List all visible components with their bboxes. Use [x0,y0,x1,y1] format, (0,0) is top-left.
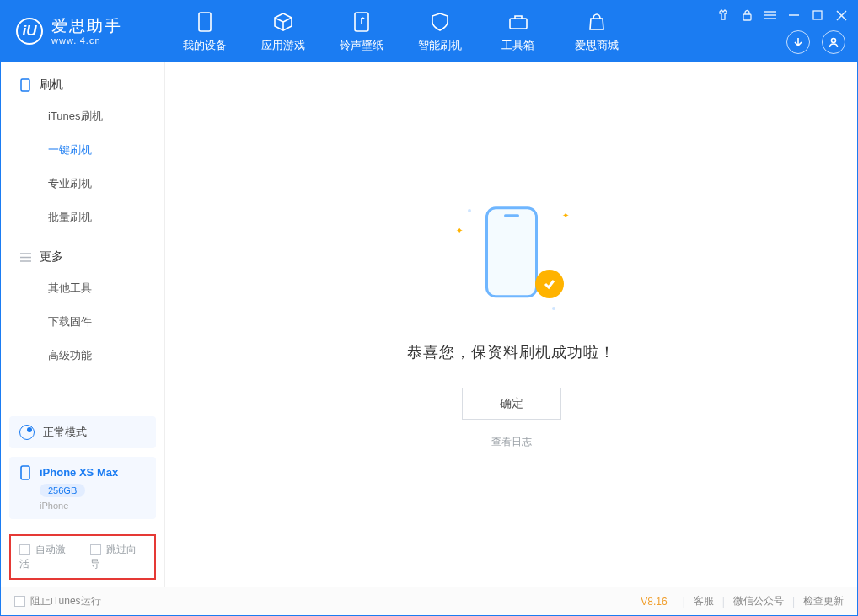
nav-label: 智能刷机 [418,38,462,53]
body: 刷机 iTunes刷机 一键刷机 专业刷机 批量刷机 更多 其他工具 下载固件 … [1,62,857,587]
checkbox-icon [90,544,101,555]
nav-label: 铃声壁纸 [340,38,383,53]
bag-icon [586,11,608,33]
minimize-icon[interactable] [786,8,802,23]
top-nav: 我的设备 应用游戏 铃声壁纸 智能刷机 工具箱 爱思商城 [165,1,635,62]
close-icon[interactable] [834,8,849,23]
user-icon[interactable] [822,30,845,54]
status-bar: 阻止iTunes运行 V8.16 | 客服 | 微信公众号 | 检查更新 [1,587,857,615]
sparkle-icon: ✦ [456,226,463,235]
ok-button[interactable]: 确定 [462,388,561,420]
checkbox-icon [14,596,25,607]
maximize-icon[interactable] [810,8,825,23]
svg-point-11 [832,39,836,43]
svg-rect-2 [510,19,527,29]
device-row: iPhone XS Max [19,465,146,479]
wechat-link[interactable]: 微信公众号 [733,594,784,608]
nav-label: 我的设备 [183,38,227,53]
cube-icon [272,11,294,33]
view-log-link[interactable]: 查看日志 [491,435,532,449]
svg-rect-0 [199,13,211,31]
check-badge-icon [535,270,564,298]
sidebar-group-more: 更多 [1,234,164,271]
logo-icon: iU [16,18,43,45]
sidebar-item-batch-flash[interactable]: 批量刷机 [1,201,164,234]
nav-label: 爱思商城 [575,38,619,53]
version-label: V8.16 [641,596,667,608]
sidebar-group-flash: 刷机 [1,62,164,99]
tshirt-icon[interactable] [716,8,731,23]
device-type: iPhone [40,501,146,511]
success-message: 恭喜您，保资料刷机成功啦！ [407,342,615,362]
shield-icon [429,11,451,33]
sidebar-items-more: 其他工具 下载固件 高级功能 [1,271,164,372]
music-file-icon [351,11,373,33]
menu-icon[interactable] [763,8,778,23]
download-icon[interactable] [786,30,810,54]
phone-outline-icon [19,79,31,91]
checkbox-block-itunes[interactable]: 阻止iTunes运行 [14,594,101,608]
device-storage-badge: 256GB [40,484,85,497]
checkbox-skip-guide[interactable]: 跳过向导 [90,543,146,571]
nav-item-ringtones[interactable]: 铃声壁纸 [322,1,400,62]
nav-item-store[interactable]: 爱思商城 [557,1,635,62]
app-subtitle: www.i4.cn [51,35,122,46]
main-content: ✦ ✦ 恭喜您，保资料刷机成功啦！ 确定 查看日志 [165,62,857,587]
device-card[interactable]: iPhone XS Max 256GB iPhone [9,457,156,519]
svg-rect-3 [743,14,751,20]
nav-item-flash[interactable]: 智能刷机 [400,1,479,62]
success-illustration: ✦ ✦ [453,201,571,319]
dot-icon [552,307,555,310]
app-title: 爱思助手 [51,18,122,35]
checkbox-icon [19,544,30,555]
svg-rect-12 [21,79,29,91]
support-link[interactable]: 客服 [694,594,714,608]
mode-icon [19,425,35,440]
phone-small-icon [19,465,33,479]
phone-illustration-icon [485,206,538,297]
sidebar-item-other-tools[interactable]: 其他工具 [1,271,164,305]
sparkle-icon: ✦ [562,211,569,220]
logo-block: iU 爱思助手 www.i4.cn [1,18,165,46]
sidebar-item-pro-flash[interactable]: 专业刷机 [1,167,164,201]
sidebar-item-download-firmware[interactable]: 下载固件 [1,305,164,339]
nav-label: 应用游戏 [261,38,305,53]
header-actions [786,30,845,54]
mode-indicator[interactable]: 正常模式 [9,416,156,448]
nav-item-mydevice[interactable]: 我的设备 [165,1,244,62]
separator: | [683,596,685,608]
sidebar-group-title: 更多 [40,249,63,265]
dot-icon [468,209,471,212]
list-icon [19,251,31,263]
sidebar: 刷机 iTunes刷机 一键刷机 专业刷机 批量刷机 更多 其他工具 下载固件 … [1,62,165,587]
flash-options-highlight: 自动激活 跳过向导 [9,534,156,580]
lock-icon[interactable] [739,8,754,23]
statusbar-right: V8.16 | 客服 | 微信公众号 | 检查更新 [641,594,844,608]
separator: | [722,596,725,608]
header: iU 爱思助手 www.i4.cn 我的设备 应用游戏 铃声壁纸 智能刷机 [1,1,857,62]
check-update-link[interactable]: 检查更新 [803,594,844,608]
app-window: iU 爱思助手 www.i4.cn 我的设备 应用游戏 铃声壁纸 智能刷机 [0,0,858,616]
nav-label: 工具箱 [501,38,534,53]
sidebar-items-flash: iTunes刷机 一键刷机 专业刷机 批量刷机 [1,99,164,234]
sidebar-group-title: 刷机 [40,78,63,93]
sidebar-item-oneclick-flash[interactable]: 一键刷机 [1,133,164,167]
sidebar-item-advanced[interactable]: 高级功能 [1,339,164,372]
nav-item-apps[interactable]: 应用游戏 [244,1,322,62]
checkbox-auto-activate[interactable]: 自动激活 [19,543,75,571]
logo-text: 爱思助手 www.i4.cn [51,18,122,46]
nav-item-toolbox[interactable]: 工具箱 [479,1,557,62]
sidebar-spacer [1,372,164,411]
window-controls [716,8,849,23]
device-icon [194,11,216,33]
separator: | [792,596,795,608]
sidebar-item-itunes-flash[interactable]: iTunes刷机 [1,99,164,133]
toolbox-icon [507,11,529,33]
svg-rect-16 [21,466,29,479]
device-name: iPhone XS Max [40,466,118,479]
checkbox-label: 阻止iTunes运行 [30,595,101,607]
svg-rect-8 [813,11,822,19]
mode-label: 正常模式 [43,425,87,440]
